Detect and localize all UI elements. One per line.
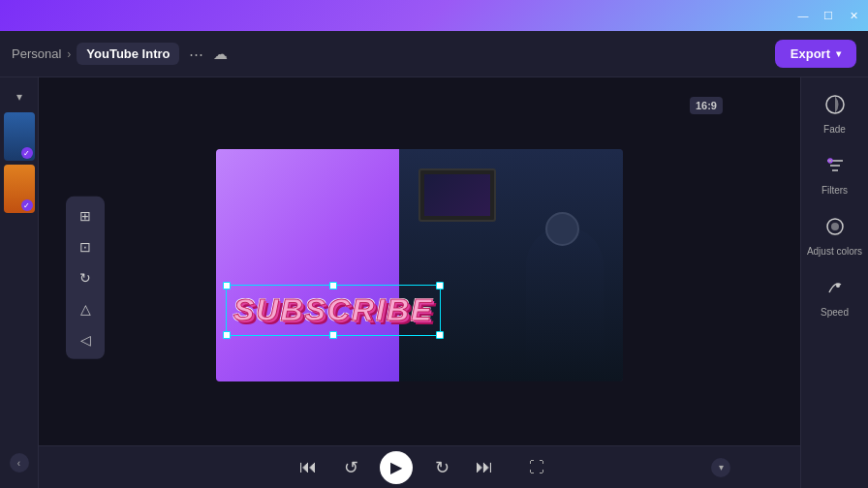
selection-box (226, 285, 441, 336)
more-options-icon[interactable]: ⋯ (189, 46, 203, 63)
window-controls: — ☐ ✕ (796, 9, 860, 22)
skip-forward-button[interactable]: ⏭ (471, 454, 498, 481)
minimize-button[interactable]: — (796, 9, 810, 22)
fullscreen-button[interactable]: ⛶ (529, 459, 544, 476)
flip-tool-button[interactable]: △ (72, 295, 99, 322)
main-area: ▾ ✓ ✓ ‹ ⊞ ⊡ ↻ △ ◁ (0, 77, 868, 488)
header-icons: ⋯ ☁ (189, 46, 228, 63)
adjust-colors-tool[interactable]: Adjust colors (807, 211, 862, 257)
video-bg-right (399, 149, 623, 381)
export-chevron-icon: ▾ (836, 48, 841, 59)
fade-tool[interactable]: Fade (820, 89, 851, 135)
video-frame: SUBSCRIBE (216, 149, 623, 381)
handle-bm[interactable] (329, 331, 337, 339)
filters-tool[interactable]: Filters (820, 150, 851, 196)
crop-tool-button[interactable]: ⊞ (72, 202, 99, 229)
monitor-screen (424, 174, 490, 216)
center-area: ⊞ ⊡ ↻ △ ◁ (39, 77, 800, 488)
cloud-save-icon[interactable]: ☁ (213, 46, 228, 63)
speed-icon (820, 272, 851, 303)
breadcrumb-parent[interactable]: Personal (12, 46, 61, 61)
filters-label: Filters (822, 185, 848, 196)
rewind-button[interactable]: ↺ (337, 454, 364, 481)
subscribe-overlay[interactable]: SUBSCRIBE (233, 292, 433, 328)
person-silhouette (526, 227, 604, 381)
breadcrumb-current[interactable]: YouTube Intro (77, 43, 179, 65)
left-panel: ▾ ✓ ✓ ‹ (0, 77, 39, 488)
video-bg-left (216, 149, 399, 381)
check-mark-icon: ✓ (21, 147, 33, 159)
filters-icon (820, 150, 851, 181)
right-panel: Fade Filters Adjust colors Speed (800, 77, 868, 488)
fade-icon (820, 89, 851, 120)
panel-toggle[interactable]: ▾ (8, 85, 31, 108)
handle-bl[interactable] (223, 331, 231, 339)
export-button[interactable]: Export ▾ (775, 40, 856, 68)
play-button[interactable]: ▶ (380, 451, 413, 484)
speed-label: Speed (821, 307, 849, 318)
media-thumbnail-2[interactable]: ✓ (4, 165, 35, 213)
handle-tm[interactable] (329, 282, 337, 290)
timeline-collapse-button[interactable]: ▾ (711, 458, 730, 477)
align-tool-button[interactable]: ◁ (72, 326, 99, 353)
aspect-ratio-value: 16:9 (690, 97, 723, 114)
monitor-shape (418, 168, 496, 222)
resize-tool-button[interactable]: ⊡ (72, 233, 99, 260)
export-label: Export (790, 46, 830, 61)
maximize-button[interactable]: ☐ (822, 9, 835, 22)
playback-controls: ⏮ ↺ ▶ ↻ ⏭ ⛶ ▾ (39, 445, 800, 488)
person-head (545, 212, 579, 246)
title-bar: — ☐ ✕ (0, 0, 868, 31)
media-thumbnail-1[interactable]: ✓ (4, 112, 35, 161)
check-mark-icon-2: ✓ (21, 199, 33, 211)
adjust-colors-icon (820, 211, 851, 242)
handle-tl[interactable] (223, 282, 231, 290)
rotate-tool-button[interactable]: ↻ (72, 264, 99, 291)
floating-toolbar: ⊞ ⊡ ↻ △ ◁ (66, 197, 105, 359)
person-area (399, 149, 623, 381)
aspect-ratio-badge[interactable]: 16:9 (690, 97, 723, 114)
breadcrumb: Personal › YouTube Intro (12, 43, 179, 65)
preview-area: ⊞ ⊡ ↻ △ ◁ (39, 77, 800, 445)
breadcrumb-separator: › (67, 47, 71, 61)
side-collapse-button[interactable]: ‹ (10, 453, 29, 473)
header: Personal › YouTube Intro ⋯ ☁ Export ▾ (0, 31, 868, 77)
fade-label: Fade (823, 124, 846, 135)
video-background (216, 149, 623, 381)
skip-back-button[interactable]: ⏮ (294, 454, 322, 481)
speed-tool[interactable]: Speed (820, 272, 851, 318)
handle-tr[interactable] (436, 282, 444, 290)
close-button[interactable]: ✕ (847, 9, 860, 22)
svg-point-7 (836, 284, 840, 288)
adjust-colors-label: Adjust colors (807, 246, 862, 257)
forward-button[interactable]: ↻ (428, 454, 455, 481)
svg-point-6 (831, 223, 839, 230)
handle-br[interactable] (436, 331, 444, 339)
